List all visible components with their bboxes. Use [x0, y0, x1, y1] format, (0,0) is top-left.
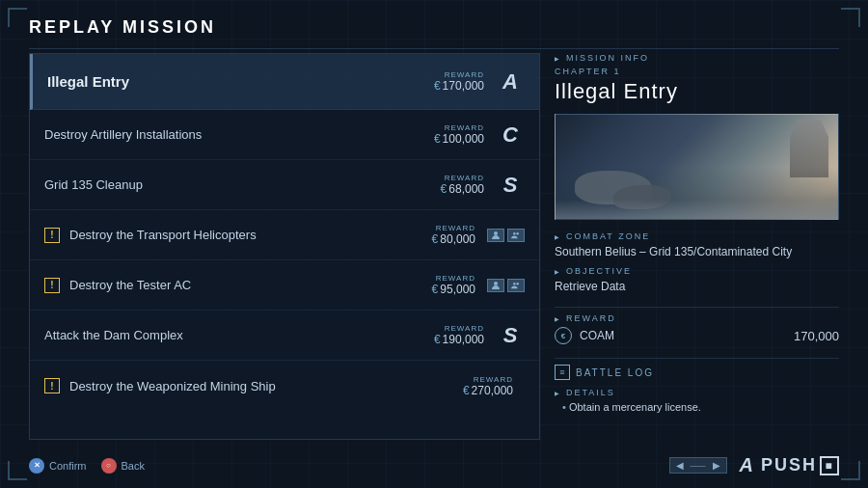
reward-value-6: €270,000 — [463, 384, 513, 397]
nav-rank-badge: A — [740, 454, 753, 476]
reward-value-3: €80,000 — [432, 232, 475, 246]
warning-icon-6: ! — [44, 378, 60, 393]
confirm-button-icon: ✕ — [29, 458, 44, 474]
mission-item-mining[interactable]: ! Destroy the Weaponized Mining Ship REW… — [30, 361, 539, 411]
confirm-control: ✕ Confirm — [29, 458, 87, 474]
svg-point-1 — [513, 232, 516, 235]
mission-name-3: Destroy the Transport Helicopters — [69, 228, 432, 242]
coam-icon-symbol: € — [561, 332, 565, 340]
reward-value-1: €100,000 — [434, 132, 484, 146]
svg-point-0 — [494, 231, 498, 235]
mission-list-panel: Illegal Entry REWARD €170,000 A Destroy … — [29, 53, 540, 440]
log-icon-symbol: ≡ — [559, 367, 564, 377]
back-button-icon: ○ — [101, 458, 117, 474]
reward-value-5: €190,000 — [434, 333, 484, 346]
main-container: Illegal Entry REWARD €170,000 A Destroy … — [29, 53, 839, 440]
svg-point-3 — [494, 282, 498, 285]
battle-log-icon: ≡ — [555, 365, 570, 380]
back-control: ○ Back — [101, 458, 145, 474]
reward-section-6: REWARD €270,000 — [463, 375, 513, 397]
coop-icons-4 — [487, 279, 525, 292]
coop-icon-person-4 — [487, 279, 504, 292]
coam-label: COAM — [580, 329, 786, 342]
mission-name-1: Destroy Artillery Installations — [44, 127, 434, 142]
reward-label-4: REWARD — [436, 274, 475, 283]
controls-hint: ✕ Confirm ○ Back — [29, 458, 145, 474]
details-label: DETAILS — [555, 388, 839, 397]
push-square-icon: ■ — [820, 456, 839, 475]
coam-icon: € — [555, 327, 572, 344]
reward-row: REWARD € COAM 170,000 — [555, 313, 839, 344]
chapter-label: CHAPTER 1 — [555, 67, 839, 76]
corner-decoration-tr — [841, 8, 860, 27]
reward-label-6: REWARD — [474, 375, 513, 384]
reward-value-2: €68,000 — [441, 182, 484, 196]
svg-point-4 — [513, 283, 516, 285]
corner-decoration-bl — [8, 461, 27, 480]
mission-item-transport[interactable]: ! Destroy the Transport Helicopters REWA… — [30, 210, 539, 260]
warning-icon-4: ! — [44, 278, 60, 293]
reward-value-0: €170,000 — [434, 79, 484, 93]
mission-item-illegal-entry[interactable]: Illegal Entry REWARD €170,000 A — [30, 54, 539, 110]
mission-item-dam[interactable]: Attack the Dam Complex REWARD €190,000 S — [30, 311, 539, 361]
battle-log-label: BATTLE LOG — [576, 367, 654, 378]
nav-arrows: ◀ —— ▶ — [669, 457, 727, 474]
mission-info-title: Illegal Entry — [555, 79, 839, 104]
rank-badge-0: A — [496, 69, 525, 95]
mission-info-section-label: MISSION INFO — [555, 53, 839, 63]
battle-log-row-container: ≡ BATTLE LOG — [555, 365, 839, 380]
svg-point-2 — [516, 232, 519, 235]
coop-icon-group-4 — [507, 279, 525, 292]
mission-item-grid135[interactable]: Grid 135 Cleanup REWARD €68,000 S — [30, 160, 539, 210]
coam-row: € COAM 170,000 — [555, 327, 839, 344]
reward-label-3: REWARD — [436, 224, 475, 232]
mission-item-destroy-artillery[interactable]: Destroy Artillery Installations REWARD €… — [30, 110, 539, 160]
warning-icon-3: ! — [44, 228, 60, 243]
mission-name-2: Grid 135 Cleanup — [44, 177, 441, 192]
objective-row: OBJECTIVE Retrieve Data — [555, 266, 839, 293]
reward-section-4: REWARD €95,000 — [432, 274, 475, 296]
currency-symbol-0: € — [434, 79, 441, 93]
confirm-label: Confirm — [49, 460, 87, 472]
corner-decoration-br — [841, 461, 860, 480]
coop-icon-group — [507, 229, 525, 242]
rank-badge-1: C — [496, 122, 525, 148]
mission-name-5: Attack the Dam Complex — [44, 328, 434, 342]
reward-label-5: REWARD — [445, 324, 484, 333]
reward-label-1: REWARD — [445, 123, 484, 132]
coop-icons-3 — [487, 229, 525, 242]
screenshot-snow — [556, 200, 838, 219]
info-divider-2 — [555, 358, 839, 359]
objective-label: OBJECTIVE — [555, 266, 839, 276]
arrow-right-icon: ▶ — [713, 460, 720, 471]
rank-badge-2: S — [496, 173, 525, 198]
push-logo: PUSH■ — [761, 455, 839, 475]
info-divider-1 — [555, 307, 839, 308]
mission-name-4: Destroy the Tester AC — [69, 278, 432, 292]
combat-zone-row: COMBAT ZONE Southern Belius – Grid 135/C… — [555, 231, 839, 258]
arrow-dash: —— — [691, 461, 706, 470]
bottom-bar: ✕ Confirm ○ Back ◀ —— ▶ A PUSH■ — [29, 454, 839, 476]
detail-item: Obtain a mercenary license. — [555, 401, 839, 413]
rank-badge-5: S — [496, 323, 525, 348]
bottom-right-area: ◀ —— ▶ A PUSH■ — [669, 454, 839, 476]
battle-log-row: ≡ BATTLE LOG — [555, 365, 839, 380]
mission-screenshot — [555, 114, 839, 220]
mission-item-tester[interactable]: ! Destroy the Tester AC REWARD €95,000 — [30, 260, 539, 311]
mission-name-6: Destroy the Weaponized Mining Ship — [69, 379, 463, 393]
details-row: DETAILS Obtain a mercenary license. — [555, 388, 839, 413]
arrow-left-icon: ◀ — [676, 460, 684, 471]
page-title: REPLAY MISSION — [29, 17, 216, 38]
reward-section-label: REWARD — [555, 313, 839, 323]
svg-point-5 — [516, 283, 519, 285]
reward-section-1: REWARD €100,000 — [434, 123, 484, 146]
combat-zone-label: COMBAT ZONE — [555, 231, 839, 241]
reward-section-5: REWARD €190,000 — [434, 324, 484, 346]
corner-decoration-tl — [8, 8, 27, 27]
mission-name-illegal-entry: Illegal Entry — [47, 73, 434, 90]
reward-label-2: REWARD — [445, 174, 484, 182]
reward-label-0: REWARD — [445, 70, 484, 79]
reward-value-4: €95,000 — [432, 283, 475, 296]
title-divider — [29, 48, 839, 49]
combat-zone-value: Southern Belius – Grid 135/Contaminated … — [555, 245, 839, 258]
